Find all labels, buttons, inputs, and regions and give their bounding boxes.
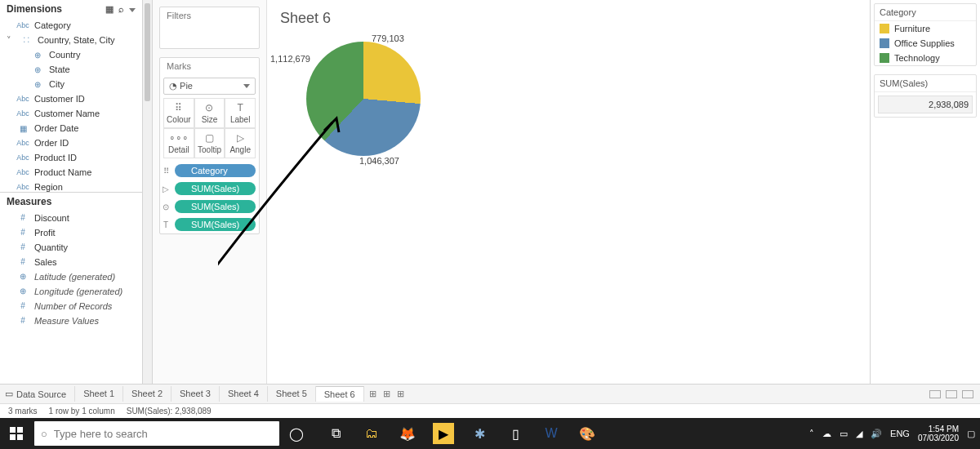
tray-wifi-icon[interactable]: ◢ bbox=[856, 429, 862, 439]
new-dashboard-icon[interactable]: ⊞ bbox=[383, 389, 390, 399]
swatch-icon bbox=[880, 38, 889, 48]
marks-angle[interactable]: ▷Angle bbox=[225, 128, 256, 158]
dimension-field[interactable]: AbcProduct Name bbox=[0, 165, 142, 180]
viz-canvas: Sheet 6 779,103 1,046,307 1,112,679 bbox=[267, 0, 870, 384]
dimension-field[interactable]: ⊕State bbox=[0, 62, 142, 77]
pill-category[interactable]: Category bbox=[175, 164, 256, 177]
dimension-field[interactable]: AbcProduct ID bbox=[0, 150, 142, 165]
cortana-icon[interactable]: ◯ bbox=[279, 418, 314, 449]
pill-handle-icon: T bbox=[160, 220, 172, 229]
swatch-icon bbox=[880, 53, 889, 63]
measure-field[interactable]: #Quantity bbox=[0, 240, 142, 255]
document-icon[interactable]: ▯ bbox=[498, 418, 532, 449]
sum-legend: SUM(Sales) 2,938,089 bbox=[874, 74, 977, 118]
dimensions-list: AbcCategory˅⸬Country, State, City⊕Countr… bbox=[0, 18, 142, 192]
tab-sheet5[interactable]: Sheet 5 bbox=[268, 386, 316, 402]
tray-chevron-icon[interactable]: ˄ bbox=[809, 429, 814, 439]
filmstrip-icon[interactable] bbox=[929, 390, 941, 398]
new-worksheet-icon[interactable]: ⊞ bbox=[369, 389, 376, 399]
word-icon[interactable]: W bbox=[534, 418, 568, 449]
tab-sheet4[interactable]: Sheet 4 bbox=[220, 386, 268, 402]
legend-panel: Category FurnitureOffice SuppliesTechnol… bbox=[870, 0, 980, 384]
tableau-icon[interactable]: ✱ bbox=[462, 418, 497, 449]
pie-chart[interactable] bbox=[306, 42, 421, 156]
pill-handle-icon: ⊙ bbox=[160, 202, 172, 211]
file-explorer-icon[interactable]: 🗂 bbox=[354, 418, 389, 449]
start-button[interactable] bbox=[0, 418, 33, 449]
marks-card: Marks ◔ Pie ⠿Colour⊙SizeTLabel∘∘∘Detail▢… bbox=[159, 57, 260, 234]
shelves-panel: Filters Marks ◔ Pie ⠿Colour⊙SizeTLabel∘∘… bbox=[153, 0, 267, 384]
measure-field[interactable]: #Profit bbox=[0, 225, 142, 240]
tray-clock[interactable]: 1:54 PM 07/03/2020 bbox=[918, 425, 959, 442]
tab-sheet1[interactable]: Sheet 1 bbox=[75, 386, 123, 402]
pill-sumsales[interactable]: SUM(Sales) bbox=[175, 200, 256, 213]
pill-sumsales[interactable]: SUM(Sales) bbox=[175, 218, 256, 231]
tray-cloud-icon[interactable]: ☁ bbox=[822, 429, 831, 439]
dimension-field[interactable]: ▦Order Date bbox=[0, 121, 142, 136]
dimension-field[interactable]: AbcRegion bbox=[0, 180, 142, 192]
legend-item[interactable]: Technology bbox=[875, 51, 976, 65]
paint-icon[interactable]: 🎨 bbox=[570, 418, 604, 449]
color-legend: Category FurnitureOffice SuppliesTechnol… bbox=[874, 3, 977, 66]
marks-tooltip[interactable]: ▢Tooltip bbox=[194, 128, 225, 158]
tray-notifications-icon[interactable]: ▢ bbox=[967, 429, 975, 439]
measures-header: Measures bbox=[0, 192, 142, 211]
tray-lang[interactable]: ENG bbox=[890, 429, 910, 438]
svg-rect-1 bbox=[17, 427, 23, 433]
dimension-field[interactable]: AbcCustomer Name bbox=[0, 106, 142, 121]
search-icon[interactable]: ⌕ bbox=[118, 4, 124, 15]
marks-size[interactable]: ⊙Size bbox=[194, 98, 225, 128]
firefox-icon[interactable]: 🦊 bbox=[390, 418, 425, 449]
app-yellow-icon[interactable]: ▶ bbox=[433, 423, 454, 444]
tray-battery-icon[interactable]: ▭ bbox=[840, 429, 848, 439]
dimension-field[interactable]: ⊕Country bbox=[0, 47, 142, 62]
pill-sumsales[interactable]: SUM(Sales) bbox=[175, 182, 256, 195]
measure-field[interactable]: ⊕Latitude (generated) bbox=[0, 269, 142, 284]
sorter-icon[interactable] bbox=[946, 390, 957, 398]
sum-value: 2,938,089 bbox=[878, 96, 973, 113]
windows-taskbar: ○ Type here to search ◯ ⧉ 🗂 🦊 ▶ ✱ ▯ W 🎨 … bbox=[0, 418, 980, 449]
marks-detail[interactable]: ∘∘∘Detail bbox=[163, 128, 194, 158]
pill-handle-icon: ▷ bbox=[160, 184, 172, 193]
measure-field[interactable]: #Sales bbox=[0, 255, 142, 269]
legend-item[interactable]: Office Supplies bbox=[875, 36, 976, 51]
pie-label-furniture: 779,103 bbox=[372, 33, 404, 43]
data-pane: Dimensions ▦ ⌕ AbcCategory˅⸬Country, Sta… bbox=[0, 0, 143, 384]
measure-field[interactable]: #Measure Values bbox=[0, 313, 142, 328]
dimension-field[interactable]: ˅⸬Country, State, City bbox=[0, 33, 142, 47]
legend-item[interactable]: Furniture bbox=[875, 21, 976, 36]
windows-icon bbox=[10, 427, 23, 440]
marks-colour[interactable]: ⠿Colour bbox=[163, 98, 194, 128]
dimension-field[interactable]: ⊕City bbox=[0, 77, 142, 91]
menu-caret-icon[interactable] bbox=[129, 4, 136, 15]
filters-shelf[interactable]: Filters bbox=[159, 7, 260, 49]
tab-sheet3[interactable]: Sheet 3 bbox=[172, 386, 220, 402]
mark-type-select[interactable]: ◔ Pie bbox=[163, 78, 256, 95]
sidebar-scrollbar[interactable] bbox=[143, 0, 153, 384]
view-grid-icon[interactable]: ▦ bbox=[105, 4, 114, 15]
sheet-tabs: ▭Data Source Sheet 1Sheet 2Sheet 3Sheet … bbox=[0, 384, 980, 403]
search-circle-icon: ○ bbox=[41, 428, 47, 440]
status-rowcol: 1 row by 1 column bbox=[49, 407, 115, 416]
tab-datasource[interactable]: ▭Data Source bbox=[0, 386, 75, 402]
new-story-icon[interactable]: ⊞ bbox=[397, 389, 404, 399]
status-bar: 3 marks 1 row by 1 column SUM(Sales): 2,… bbox=[0, 403, 980, 418]
sheet-title: Sheet 6 bbox=[280, 10, 857, 27]
taskbar-search[interactable]: ○ Type here to search bbox=[34, 421, 279, 446]
dimension-field[interactable]: AbcCategory bbox=[0, 18, 142, 33]
measure-field[interactable]: #Discount bbox=[0, 211, 142, 225]
measure-field[interactable]: #Number of Records bbox=[0, 299, 142, 313]
task-view-icon[interactable]: ⧉ bbox=[318, 418, 353, 449]
measure-field[interactable]: ⊕Longitude (generated) bbox=[0, 284, 142, 299]
tab-sheet2[interactable]: Sheet 2 bbox=[123, 386, 172, 402]
pie-label-office: 1,046,307 bbox=[359, 156, 399, 166]
pie-label-tech: 1,112,679 bbox=[270, 54, 310, 64]
tab-sheet6[interactable]: Sheet 6 bbox=[316, 386, 364, 402]
dimensions-header: Dimensions ▦ ⌕ bbox=[0, 0, 142, 18]
dimension-field[interactable]: AbcCustomer ID bbox=[0, 91, 142, 106]
tray-volume-icon[interactable]: 🔊 bbox=[871, 429, 882, 439]
dimension-field[interactable]: AbcOrder ID bbox=[0, 136, 142, 150]
swatch-icon bbox=[880, 24, 889, 33]
marks-label[interactable]: TLabel bbox=[225, 98, 256, 128]
slideshow-icon[interactable] bbox=[962, 390, 973, 398]
